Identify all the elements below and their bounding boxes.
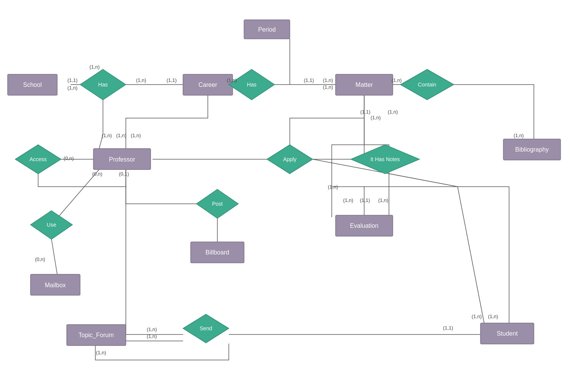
entity-topic-forum-label: Topic_Forum [79,332,114,339]
entity-student-label: Student [496,330,518,337]
connector-student-apply [313,159,484,324]
card-use-mailbox-0n: (0,n) [35,256,45,262]
relation-apply-label: Apply [283,156,296,162]
card-matter-has2-1n: (1,n) [323,77,333,83]
card-career-has1-11: (1,1) [167,77,177,83]
connector-access-loop [38,170,126,187]
connector-matter-apply [290,95,364,159]
entity-billboard-label: Billboard [206,249,229,256]
entity-period-label: Period [258,26,276,33]
card-matter-has2-1n2: (1,n) [323,84,333,90]
entity-school-label: School [23,82,42,88]
connector-use-mailbox [51,239,57,274]
card-topicforum-send-1n: (1,n) [147,326,157,332]
er-diagram-canvas: Period School Career Matter Bibliography… [0,0,572,392]
connector-student-ithasnotes [389,187,509,324]
entity-evaluation-label: Evaluation [350,222,379,229]
card-access-0n: (0,n) [64,155,74,161]
relation-access-label: Access [29,156,47,162]
card-student-right-1n: (1,n) [472,314,482,319]
connector-topicforum-bottombox [95,344,229,360]
relation-post-label: Post [212,201,223,207]
entity-career-label: Career [199,82,218,88]
connector-professor-post [126,170,196,204]
card-prof-top1: (1,n) [102,133,112,138]
card-access-loop-01: (0,1) [119,171,129,177]
card-contain-matter-1n: (1,n) [392,77,402,83]
card-matter-ithas-1n: (1,n) [388,109,398,115]
relation-send-label: Send [200,325,212,331]
card-apply-eval-11: (1,1) [360,197,370,203]
card-matter-apply-1n: (1,n) [371,115,381,120]
card-has2-matter-11: (1,1) [304,77,314,83]
card-school-has1-1n: (1,n) [67,85,78,91]
card-prof-top2: (1,n) [116,133,127,138]
er-diagram: Period School Career Matter Bibliography… [0,0,572,392]
entity-professor-label: Professor [109,156,135,163]
card-eval-right-1n: (1,n) [378,197,389,203]
relation-has1-label: Has [98,82,108,88]
entity-matter-label: Matter [355,82,373,88]
entity-bibliography-label: Bibliography [515,146,549,153]
card-topicforum-bottom-1n: (1,n) [96,350,106,355]
card-access-loop-0n: (0,n) [92,171,103,177]
card-has1-top-1n: (1,n) [90,64,100,70]
card-eval-left-1n: (1,n) [343,197,353,203]
card-send-student-11: (1,1) [443,325,453,331]
relation-contain-label: Contain [418,82,436,88]
card-has2-career-1n: (1,n) [227,77,237,83]
card-student-right-1n2: (1,n) [488,314,498,319]
card-prof-top3: (1,n) [131,133,141,138]
relation-it-has-notes-label: It Has Notes [370,156,400,162]
entity-mailbox-label: Mailbox [45,282,66,288]
card-has1-career-1n: (1,n) [136,77,146,83]
card-school-has1-11: (1,1) [67,77,78,83]
relation-use-label: Use [47,222,56,228]
card-apply-ithas-1n: (1,n) [328,184,338,190]
card-contain-bib-1n: (1,n) [514,133,524,138]
card-topicforum-send-1n2: (1,n) [147,333,157,339]
card-matter-apply-11: (1,1) [360,109,371,115]
relation-has2-label: Has [247,82,257,88]
